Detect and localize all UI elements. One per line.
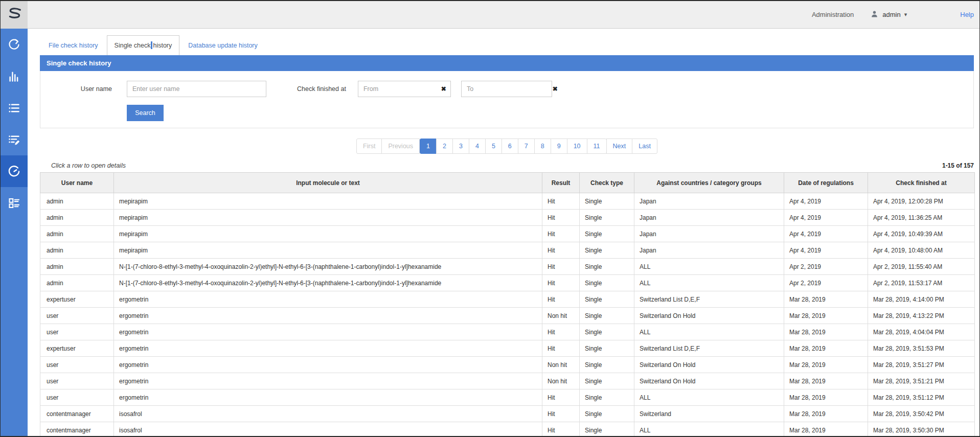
sidebar-item-statistics[interactable] xyxy=(1,60,28,92)
table-cell: Hit xyxy=(542,210,580,226)
table-cell: admin xyxy=(40,242,114,259)
header-user-name: User name xyxy=(40,173,114,193)
clear-to-icon[interactable]: ✖ xyxy=(553,85,558,93)
table-cell: Single xyxy=(580,389,634,406)
tab-single-check-history[interactable]: Single checkhistory xyxy=(107,35,180,55)
tab-file-check-history[interactable]: File check history xyxy=(40,35,107,55)
user-name-input[interactable] xyxy=(127,81,266,97)
page-button-2[interactable]: 2 xyxy=(436,139,453,154)
table-cell: Japan xyxy=(634,210,784,226)
table-cell: Mar 28, 2019 xyxy=(784,324,868,340)
table-row[interactable]: userergometrinNon hitSingleSwitzerland O… xyxy=(40,308,975,324)
sidebar-item-list-edit[interactable] xyxy=(1,124,28,155)
person-icon xyxy=(870,10,879,20)
table-cell: Single xyxy=(580,406,634,422)
table-cell: Single xyxy=(580,324,634,340)
table-cell: Single xyxy=(580,422,634,437)
table-row[interactable]: expertuserergometrinHitSingleSwitzerland… xyxy=(40,291,975,308)
table-cell: Single xyxy=(580,226,634,242)
sidebar xyxy=(1,1,28,436)
table-cell: Mar 28, 2019 xyxy=(784,357,868,373)
page-button-5[interactable]: 5 xyxy=(485,139,502,154)
page-button-6[interactable]: 6 xyxy=(502,139,518,154)
page-button-11[interactable]: 11 xyxy=(587,139,607,154)
table-row[interactable]: adminmepirapimHitSingleJapanApr 4, 2019A… xyxy=(40,193,975,210)
table-cell: Apr 4, 2019 xyxy=(784,193,868,210)
table-row[interactable]: userergometrinNon hitSingleSwitzerland O… xyxy=(40,357,975,373)
clear-from-icon[interactable]: ✖ xyxy=(441,85,446,93)
table-row[interactable]: adminmepirapimHitSingleJapanApr 4, 2019A… xyxy=(40,242,975,259)
table-cell: ergometrin xyxy=(114,340,542,357)
table-cell: Single xyxy=(580,193,634,210)
table-cell: Mar 28, 2019, 3:51:12 PM xyxy=(868,389,975,406)
page-button-3[interactable]: 3 xyxy=(452,139,469,154)
sidebar-item-reports[interactable] xyxy=(1,187,28,219)
next-page-button[interactable]: Next xyxy=(606,139,633,154)
table-cell: user xyxy=(40,324,114,340)
table-cell: admin xyxy=(40,226,114,242)
table-cell: Mar 28, 2019, 4:14:00 PM xyxy=(868,291,975,308)
table-cell: ALL xyxy=(634,389,784,406)
table-cell: expertuser xyxy=(40,340,114,357)
administration-link[interactable]: Administration xyxy=(812,11,854,18)
tab-database-update-history[interactable]: Database update history xyxy=(179,35,266,55)
table-row[interactable]: expertuserergometrinHitSingleSwitzerland… xyxy=(40,340,975,357)
table-cell: ergometrin xyxy=(114,324,542,340)
first-page-button[interactable]: First xyxy=(356,139,382,154)
header-check-finished-at: Check finished at xyxy=(868,173,975,193)
table-cell: Apr 2, 2019 xyxy=(784,259,868,275)
page-button-1[interactable]: 1 xyxy=(420,139,437,154)
table-cell: Hit xyxy=(542,291,580,308)
table-row[interactable]: userergometrinHitSingleALLMar 28, 2019Ma… xyxy=(40,389,975,406)
table-row[interactable]: adminN-[1-(7-chloro-8-ethyl-3-methyl-4-o… xyxy=(40,259,975,275)
table-row[interactable]: adminmepirapimHitSingleJapanApr 4, 2019A… xyxy=(40,226,975,242)
page-button-9[interactable]: 9 xyxy=(551,139,567,154)
table-cell: ergometrin xyxy=(114,357,542,373)
refresh-icon xyxy=(7,38,21,52)
last-page-button[interactable]: Last xyxy=(632,139,657,154)
content: File check history Single checkhistory D… xyxy=(28,29,979,437)
table-row[interactable]: userergometrinNon hitSingleSwitzerland O… xyxy=(40,373,975,389)
table-cell: Apr 4, 2019 xyxy=(784,210,868,226)
search-button[interactable]: Search xyxy=(127,105,164,121)
report-blocks-icon xyxy=(7,196,21,210)
user-menu[interactable]: admin ▾ xyxy=(870,10,907,20)
table-row[interactable]: contentmanagerisosafrolHitSingleALLMar 2… xyxy=(40,422,975,437)
table-row[interactable]: userergometrinHitSingleALLMar 28, 2019Ma… xyxy=(40,324,975,340)
page-button-10[interactable]: 10 xyxy=(567,139,587,154)
sidebar-item-lists[interactable] xyxy=(1,92,28,124)
table-cell: Single xyxy=(580,291,634,308)
date-from-input[interactable] xyxy=(358,81,451,97)
table-cell: ergometrin xyxy=(114,373,542,389)
table-cell: mepirapim xyxy=(114,242,542,259)
sidebar-item-check[interactable] xyxy=(1,29,28,60)
date-to-input[interactable] xyxy=(461,81,552,97)
user-menu-label: admin xyxy=(882,11,900,18)
check-finished-label: Check finished at xyxy=(297,85,346,93)
header-date-of-regulations: Date of regulations xyxy=(784,173,868,193)
user-name-label: User name xyxy=(80,85,112,93)
table-row[interactable]: adminN-[1-(7-chloro-8-ethyl-3-methyl-4-o… xyxy=(40,275,975,291)
table-cell: mepirapim xyxy=(114,226,542,242)
table-cell: ergometrin xyxy=(114,291,542,308)
table-cell: Mar 28, 2019, 3:51:27 PM xyxy=(868,357,975,373)
tab-bar: File check history Single checkhistory D… xyxy=(40,35,974,55)
table-row[interactable]: contentmanagerisosafrolHitSingleSwitzerl… xyxy=(40,406,975,422)
table-cell: Single xyxy=(580,357,634,373)
table-cell: contentmanager xyxy=(40,422,114,437)
history-table: User name Input molecule or text Result … xyxy=(40,172,975,437)
previous-page-button[interactable]: Previous xyxy=(381,139,420,154)
table-cell: ALL xyxy=(634,259,784,275)
table-row[interactable]: adminmepirapimHitSingleJapanApr 4, 2019A… xyxy=(40,210,975,226)
sidebar-item-history[interactable] xyxy=(1,155,28,187)
page-button-8[interactable]: 8 xyxy=(534,139,551,154)
row-hint-text: Click a row to open details xyxy=(51,162,126,169)
page-button-7[interactable]: 7 xyxy=(518,139,535,154)
table-area: First Previous 1234567891011 Next Last C… xyxy=(40,139,974,437)
table-cell: Switzerland List D,E,F xyxy=(634,340,784,357)
help-link[interactable]: Help xyxy=(960,11,974,18)
app-logo[interactable] xyxy=(1,1,28,29)
table-cell: Single xyxy=(580,373,634,389)
table-cell: Single xyxy=(580,308,634,324)
page-button-4[interactable]: 4 xyxy=(469,139,486,154)
